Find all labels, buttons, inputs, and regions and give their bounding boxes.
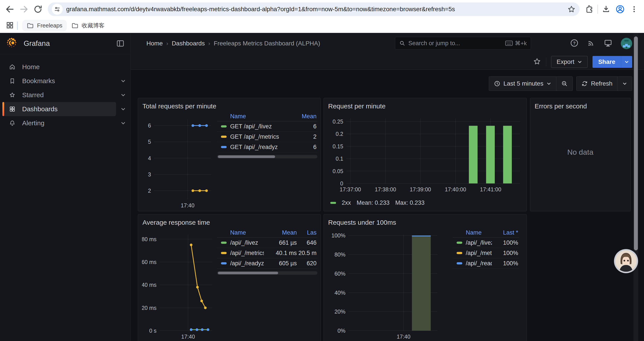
series-color-swatch bbox=[221, 146, 227, 148]
reload-icon[interactable] bbox=[33, 4, 43, 14]
legend-row[interactable]: /api/_/metrics40.1 ms20.5 m bbox=[217, 248, 318, 258]
address-bar[interactable]: grafana.mathmast.com/d/deytv4rwavabkb/fr… bbox=[48, 3, 580, 16]
page-scrollbar[interactable] bbox=[634, 33, 638, 341]
series-color-swatch bbox=[456, 262, 462, 264]
browser-toolbar: grafana.mathmast.com/d/deytv4rwavabkb/fr… bbox=[0, 0, 644, 19]
refresh-button[interactable]: Refresh bbox=[576, 77, 617, 91]
bar-chart: 0.250.20.150.10.05017:37:0017:38:0017:39… bbox=[328, 112, 523, 199]
legend-scrollbar[interactable] bbox=[217, 155, 318, 158]
legend-row[interactable]: GET /api/_/livez6 bbox=[217, 121, 318, 132]
actions-divider bbox=[546, 58, 546, 66]
home-icon bbox=[9, 64, 16, 70]
chevron-down-icon bbox=[577, 60, 582, 64]
legend-row[interactable]: /api/_/readyz100% bbox=[453, 258, 519, 269]
grafana-header: Home › Dashboards › Freeleaps Metrics Da… bbox=[131, 33, 644, 54]
chevron-down-icon[interactable] bbox=[116, 106, 130, 112]
downloads-icon[interactable] bbox=[601, 4, 611, 14]
search-input[interactable]: Search or jump to... ⌘+k bbox=[395, 37, 531, 50]
panel-title[interactable]: Requests under 100ms bbox=[324, 214, 526, 226]
help-icon[interactable]: ? bbox=[570, 39, 579, 48]
forward-icon[interactable] bbox=[19, 4, 29, 14]
share-menu-caret[interactable] bbox=[621, 56, 632, 68]
legend-table: NameMeanLas/api/_/livez661 µs646/api/_/m… bbox=[217, 228, 318, 275]
svg-text:17:38:00: 17:38:00 bbox=[375, 186, 396, 192]
panel-title[interactable]: Total requests per minute bbox=[138, 98, 320, 110]
news-rss-icon[interactable] bbox=[587, 39, 595, 48]
panel-title[interactable]: Average response time bbox=[138, 214, 320, 226]
bookmark-folder-freeleaps[interactable]: Freeleaps bbox=[22, 20, 67, 32]
legend-row[interactable]: /api/_/livez100% bbox=[453, 238, 519, 248]
share-button[interactable]: Share bbox=[592, 56, 632, 68]
legend-scrollbar[interactable] bbox=[217, 271, 318, 275]
panel-total-requests-per-minute: Total requests per minute 6543217:40 Nam… bbox=[138, 98, 321, 211]
zoom-out-button[interactable] bbox=[556, 77, 572, 91]
floating-assistant-avatar[interactable] bbox=[614, 249, 638, 273]
svg-text:17:40: 17:40 bbox=[397, 333, 410, 340]
sidebar-item-bookmarks[interactable]: Bookmarks bbox=[2, 74, 116, 88]
apps-grid-icon[interactable] bbox=[6, 21, 14, 30]
series-color-swatch bbox=[221, 125, 227, 128]
back-icon[interactable] bbox=[5, 4, 15, 14]
chevron-down-icon[interactable] bbox=[116, 121, 130, 126]
chart-legend[interactable]: 2xx Mean: 0.233 Max: 0.233 bbox=[330, 199, 424, 206]
sidebar-item-dashboards[interactable]: Dashboards bbox=[2, 102, 116, 116]
svg-text:40 ms: 40 ms bbox=[142, 282, 156, 288]
series-color-swatch bbox=[221, 136, 227, 138]
legend-column-header[interactable]: Name bbox=[218, 113, 292, 120]
sidebar-item-home[interactable]: Home bbox=[2, 60, 116, 74]
chevron-down-icon[interactable] bbox=[116, 92, 130, 98]
refresh-interval-caret[interactable] bbox=[617, 77, 632, 91]
panel-requests-under-100ms: Requests under 100ms 100%80%60%40%20%0%1… bbox=[324, 214, 527, 341]
breadcrumb: Home › Dashboards › Freeleaps Metrics Da… bbox=[146, 40, 320, 47]
favorite-star-icon[interactable] bbox=[533, 57, 541, 67]
breadcrumb-home[interactable]: Home bbox=[146, 40, 163, 47]
sidebar-nav: Home Bookmarks Starred bbox=[0, 54, 130, 130]
site-settings-icon[interactable] bbox=[52, 4, 63, 15]
svg-text:0.2: 0.2 bbox=[336, 131, 343, 137]
legend-row[interactable]: /api/_/readyz605 µs620 bbox=[217, 258, 318, 269]
legend-row[interactable]: GET /api/_/readyz6 bbox=[217, 142, 318, 152]
legend-table: NameMeanGET /api/_/livez6GET /api/_/metr… bbox=[217, 112, 318, 158]
bookmark-folder-blogs[interactable]: 收藏博客 bbox=[67, 20, 109, 32]
svg-text:3: 3 bbox=[148, 171, 151, 178]
series-color-swatch bbox=[221, 262, 227, 264]
chevron-down-icon[interactable] bbox=[116, 78, 130, 84]
svg-text:17:41:00: 17:41:00 bbox=[480, 186, 501, 192]
panel-average-response-time: Average response time 80 ms60 ms40 ms20 … bbox=[138, 214, 321, 341]
monitor-icon[interactable] bbox=[604, 39, 612, 48]
dock-menu-icon[interactable] bbox=[116, 39, 125, 48]
legend-column-header[interactable]: Name bbox=[218, 229, 264, 236]
bookmark-star-icon[interactable] bbox=[567, 5, 576, 14]
no-data-message: No data bbox=[530, 148, 630, 156]
sidebar-item-alerting[interactable]: Alerting bbox=[2, 116, 116, 130]
scrollbar-thumb[interactable] bbox=[634, 37, 638, 250]
breadcrumb-dashboards[interactable]: Dashboards bbox=[172, 40, 205, 47]
sidebar-item-starred[interactable]: Starred bbox=[2, 88, 116, 102]
profile-icon[interactable] bbox=[615, 4, 625, 14]
browser-menu-icon[interactable] bbox=[629, 4, 639, 14]
legend-column-header[interactable]: Mean bbox=[264, 229, 297, 236]
panel-title[interactable]: Errors per second bbox=[530, 98, 630, 110]
svg-text:80 ms: 80 ms bbox=[142, 236, 156, 242]
svg-text:100%: 100% bbox=[332, 232, 346, 238]
legend-row[interactable]: /api/_/livez661 µs646 bbox=[217, 238, 318, 248]
extensions-icon[interactable] bbox=[584, 4, 594, 14]
grafana-logo[interactable] bbox=[6, 37, 18, 50]
export-button[interactable]: Export bbox=[551, 56, 588, 68]
url-text[interactable]: grafana.mathmast.com/d/deytv4rwavabkb/fr… bbox=[66, 6, 567, 13]
legend-column-header[interactable]: Name bbox=[454, 229, 492, 236]
user-avatar[interactable] bbox=[621, 38, 632, 49]
legend-column-header[interactable]: Last * bbox=[492, 229, 518, 236]
panel-errors-per-second: Errors per second No data bbox=[530, 98, 631, 211]
panel-title[interactable]: Request per minute bbox=[324, 98, 526, 110]
bell-icon bbox=[9, 120, 16, 126]
legend-row[interactable]: GET /api/_/metrics2 bbox=[217, 132, 318, 142]
time-range-picker: Last 5 minutes bbox=[489, 76, 573, 91]
legend-column-header[interactable]: Mean bbox=[292, 113, 316, 120]
time-range-button[interactable]: Last 5 minutes bbox=[489, 77, 556, 91]
chevron-down-icon bbox=[622, 81, 627, 86]
legend-column-header[interactable]: Las bbox=[297, 229, 316, 236]
legend-row[interactable]: /api/_/metrics100% bbox=[453, 248, 519, 258]
legend-table: NameLast */api/_/livez100%/api/_/metrics… bbox=[453, 228, 519, 269]
apps-grid-icon bbox=[9, 106, 16, 112]
